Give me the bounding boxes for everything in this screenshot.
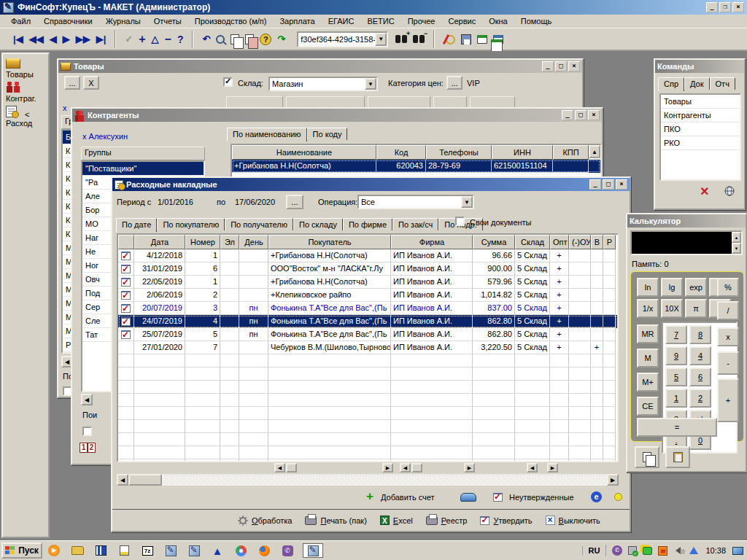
book-icon[interactable] — [460, 493, 476, 502]
query-icon[interactable]: ? — [177, 34, 184, 45]
menu-item[interactable]: Производство (м/п) — [188, 15, 274, 27]
action-excel[interactable]: X Excel — [380, 516, 413, 525]
calc-key[interactable]: x — [717, 327, 739, 346]
copy-icon[interactable] — [231, 34, 239, 44]
minimize-button[interactable]: _ — [706, 2, 718, 12]
horizontal-scrollbar[interactable]: ◀ ▶ — [117, 474, 619, 486]
restore-button[interactable]: ❐ — [719, 2, 731, 12]
confirm-icon[interactable]: ✓ — [125, 34, 133, 44]
menu-item[interactable]: ЕГАИС — [322, 15, 361, 27]
undo-icon[interactable]: ↶ — [202, 34, 210, 44]
hidden-tab[interactable] — [368, 96, 430, 108]
calc-key[interactable]: M — [637, 349, 659, 368]
volume-tray-icon[interactable]: )) — [672, 545, 684, 556]
calc-key[interactable]: / — [717, 301, 739, 320]
minimize-button[interactable]: _ — [542, 61, 554, 71]
calc-key[interactable]: 7 — [665, 325, 687, 344]
graphics-tray-icon[interactable] — [687, 545, 700, 556]
calc-paste-button[interactable] — [665, 446, 690, 468]
java-tray-icon[interactable]: ≋ — [657, 545, 669, 556]
sklad-combo[interactable]: Магазин ▼ — [268, 77, 378, 91]
refresh-icon[interactable]: ↷ — [277, 34, 285, 44]
col-header-ou[interactable]: (-)ОУ — [569, 235, 591, 249]
col-header-el[interactable]: Эл — [220, 235, 239, 249]
save-view-icon[interactable] — [461, 34, 471, 44]
tab-by-warehouse[interactable]: По складу — [293, 218, 343, 230]
tab-spr[interactable]: Спр — [658, 77, 684, 91]
col-header-flag[interactable] — [118, 235, 134, 249]
invoice-row[interactable]: 4/12/20181+Грибанова Н.Н(Солотча)ИП Иван… — [118, 249, 617, 262]
operation-combo[interactable]: Все ▼ — [357, 195, 474, 209]
firefox-icon[interactable] — [256, 543, 272, 558]
calc-key[interactable]: 6 — [689, 368, 711, 386]
nav-back-icon[interactable]: ◀ — [50, 34, 57, 44]
notes-icon[interactable] — [116, 543, 132, 558]
col-scroll-left-button[interactable]: ◀ — [400, 463, 411, 472]
col-header[interactable]: Код — [376, 145, 426, 160]
calc-key[interactable]: 1/x — [637, 299, 659, 318]
scroll-right-button[interactable]: ▶ — [607, 474, 619, 486]
col-scroll-right-button[interactable]: ▶ — [464, 463, 475, 472]
menu-item[interactable]: Прочее — [401, 15, 442, 27]
combo-dropdown-icon[interactable]: ▼ — [375, 33, 387, 46]
calc-key[interactable]: CE — [637, 397, 659, 416]
invoice-row[interactable]: 22/05/20191+Грибанова Н.Н(Солотча)ИП Ива… — [118, 276, 617, 289]
scroll-left-button[interactable]: ◀ — [117, 474, 128, 486]
sidebar-item-rashod[interactable]: < Расход — [6, 106, 45, 128]
calc-copy-button[interactable] — [635, 446, 659, 468]
calc-key[interactable]: lg — [661, 278, 683, 297]
calc-key[interactable]: ln — [637, 278, 659, 297]
col-header-v[interactable]: В — [591, 235, 603, 249]
col-header-r[interactable]: Р — [603, 235, 616, 249]
tovary-titlebar[interactable]: Товары _ □ × — [58, 60, 582, 73]
calc-key[interactable]: % — [717, 278, 739, 297]
new-window-icon[interactable] — [477, 35, 487, 44]
edit-icon[interactable]: △ — [152, 34, 159, 44]
clear-button[interactable]: X — [83, 76, 99, 90]
calc-key[interactable]: MR — [637, 324, 659, 343]
tab-dok[interactable]: Док — [684, 77, 710, 90]
menu-item[interactable]: Журналы — [99, 15, 147, 27]
display-spinner[interactable]: ▲ ▼ — [732, 232, 741, 254]
nav-first-icon[interactable]: |◀ — [13, 34, 23, 44]
yellow-dot-icon[interactable] — [614, 493, 622, 501]
action-confirm[interactable]: Утвердить — [480, 516, 532, 525]
col-scroll-right-button[interactable]: ▶ — [547, 463, 558, 472]
col-header-number[interactable]: Номер — [185, 235, 220, 249]
menu-item[interactable]: Отчеты — [147, 15, 188, 27]
calc-key[interactable]: + — [717, 378, 739, 422]
close-button[interactable]: × — [732, 2, 744, 12]
nav-fast-forward-icon[interactable]: ▶▶ — [76, 34, 90, 44]
combo-dropdown-icon[interactable]: ▼ — [461, 196, 473, 208]
menu-item[interactable]: Зарплата — [273, 15, 321, 27]
usb-tray-icon[interactable]: ✓ — [626, 545, 638, 556]
add-invoice-label[interactable]: Добавить счет — [381, 493, 435, 502]
col-scroll-thumb[interactable] — [286, 463, 297, 472]
calc-key[interactable]: exp — [685, 278, 707, 297]
col-header-day[interactable]: День — [239, 235, 268, 249]
collapse-arrow[interactable]: < — [25, 110, 29, 119]
tab-by-firm[interactable]: По фирме — [343, 218, 392, 230]
close-button[interactable]: × — [568, 61, 580, 71]
period-from-value[interactable]: 1/01/2016 — [158, 198, 193, 206]
komandy-item[interactable]: Товары — [661, 95, 740, 109]
unconfirmed-label[interactable]: Неутвержденные — [509, 493, 574, 502]
active-app-task-button[interactable] — [303, 543, 323, 558]
menu-item[interactable]: Окна — [482, 15, 514, 27]
find-minus-icon[interactable]: − — [413, 35, 425, 43]
app-titlebar[interactable]: ФинСофт:КупецЪ - МАКЕТ (Администратор) _… — [0, 0, 747, 15]
invoice-row[interactable]: 27/01/20207Чебурков В.М.(Шилово,ТырновоИ… — [118, 341, 617, 354]
spin-down-icon[interactable]: ▼ — [732, 243, 741, 254]
tab-by-date[interactable]: По дате — [116, 218, 157, 232]
tab-otch[interactable]: Отч — [710, 77, 735, 90]
viber-tray-icon[interactable]: ✆ — [611, 545, 623, 556]
e-icon[interactable]: e — [591, 491, 602, 502]
show-desktop-icon[interactable] — [732, 545, 744, 556]
menu-item[interactable]: Сервис — [442, 15, 483, 27]
help-icon[interactable]: ? — [260, 34, 271, 45]
find-plus-icon[interactable]: + — [395, 35, 407, 43]
col-header[interactable]: Телефоны — [426, 145, 492, 160]
nav-forward-icon[interactable]: ▶ — [63, 34, 70, 44]
period-to-value[interactable]: 17/06/2020 — [235, 198, 275, 206]
invoice-row[interactable]: 24/07/20194пнФонькина Т.А"Все для Вас",(… — [118, 315, 617, 328]
